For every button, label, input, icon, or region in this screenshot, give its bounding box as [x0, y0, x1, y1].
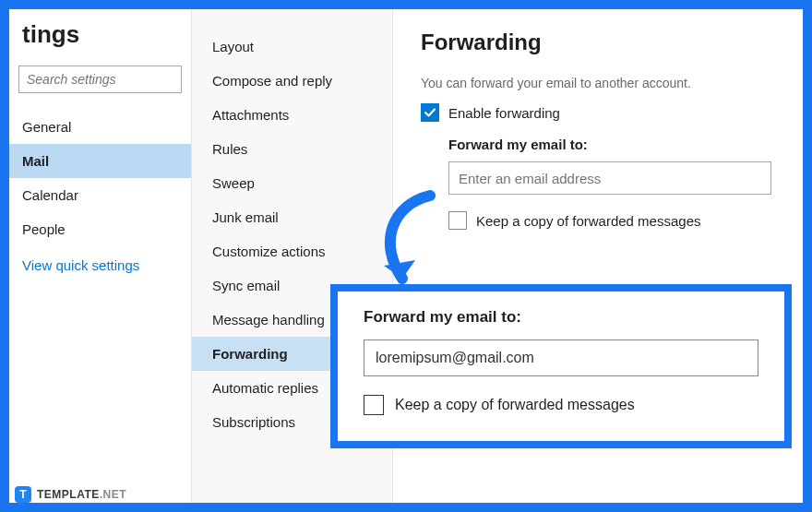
- keep-copy-label: Keep a copy of forwarded messages: [476, 213, 700, 229]
- sub-item-layout[interactable]: Layout: [192, 30, 392, 64]
- brand-name: TEMPLATE: [37, 488, 100, 501]
- callout-keep-copy-checkbox[interactable]: [364, 395, 384, 415]
- brand-watermark: T TEMPLATE.NET: [15, 486, 126, 503]
- settings-nav: tings General Mail Calendar People View …: [9, 9, 192, 503]
- callout-keep-copy-label: Keep a copy of forwarded messages: [395, 397, 635, 413]
- view-quick-settings-link[interactable]: View quick settings: [9, 246, 191, 284]
- page-title: Forwarding: [421, 30, 775, 55]
- enable-forwarding-checkbox[interactable]: [421, 103, 439, 122]
- callout-forward-email-input[interactable]: [364, 339, 758, 376]
- nav-item-mail[interactable]: Mail: [9, 144, 191, 178]
- annotation-callout: Forward my email to: Keep a copy of forw…: [330, 284, 792, 448]
- sub-item-attachments[interactable]: Attachments: [192, 98, 392, 132]
- sub-item-customize-actions[interactable]: Customize actions: [192, 234, 392, 268]
- enable-forwarding-row: Enable forwarding: [421, 103, 775, 122]
- nav-item-people[interactable]: People: [9, 212, 191, 246]
- brand-badge-icon: T: [15, 486, 31, 503]
- sub-item-rules[interactable]: Rules: [192, 132, 392, 166]
- search-input[interactable]: [18, 65, 182, 93]
- forward-email-input[interactable]: [448, 161, 771, 195]
- forwarding-description: You can forward your email to another ac…: [421, 76, 775, 90]
- callout-forward-to-label: Forward my email to:: [364, 308, 758, 327]
- enable-forwarding-label: Enable forwarding: [448, 105, 560, 121]
- forward-to-label: Forward my email to:: [448, 137, 775, 152]
- brand-suffix: .NET: [100, 488, 126, 501]
- sub-item-sweep[interactable]: Sweep: [192, 166, 392, 200]
- keep-copy-row: Keep a copy of forwarded messages: [448, 211, 775, 230]
- check-icon: [424, 106, 436, 119]
- nav-item-calendar[interactable]: Calendar: [9, 178, 191, 212]
- sub-item-compose-reply[interactable]: Compose and reply: [192, 64, 392, 98]
- brand-text: TEMPLATE.NET: [37, 488, 126, 501]
- callout-keep-row: Keep a copy of forwarded messages: [364, 395, 758, 415]
- nav-item-general[interactable]: General: [9, 110, 191, 144]
- sub-item-junk-email[interactable]: Junk email: [192, 200, 392, 234]
- search-wrap: [9, 65, 191, 110]
- keep-copy-checkbox[interactable]: [448, 211, 467, 230]
- settings-title: tings: [9, 9, 191, 65]
